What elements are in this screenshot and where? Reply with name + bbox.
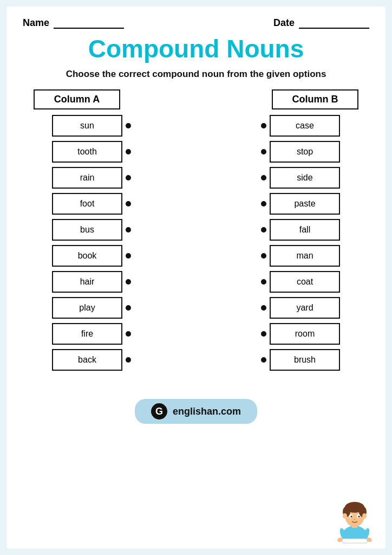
col-b-word-0: case [270,115,340,137]
col-a-row-1: tooth [23,141,131,163]
col-a-word-8: fire [52,323,122,345]
name-label: Name [23,17,49,29]
svg-line-0 [128,126,264,256]
col-a-row-9: back [23,349,131,371]
col-b-dot-6[interactable] [261,279,266,285]
col-b-word-2: side [270,167,340,189]
mascot-illustration [330,495,379,544]
col-b-row-9: brush [261,349,369,371]
col-b-dot-4[interactable] [261,227,266,233]
svg-point-13 [362,513,367,519]
name-underline[interactable] [54,28,124,29]
col-b-dot-7[interactable] [261,305,266,311]
col-b-dot-8[interactable] [261,331,266,337]
col-b-dot-1[interactable] [261,149,266,154]
col-b-row-1: stop [261,141,369,163]
col-b-row-5: man [261,245,369,267]
col-a-row-7: play [23,297,131,319]
col-a-word-6: hair [52,271,122,293]
col-a-dot-9[interactable] [126,357,131,363]
col-a-dot-0[interactable] [126,123,131,128]
col-a-dot-5[interactable] [126,253,131,259]
col-a-dot-7[interactable] [126,305,131,311]
col-b-word-3: paste [270,193,340,215]
footer-site: englishan.com [173,406,241,417]
column-a: Column A suntoothrainfootbusbookhairplay… [23,89,131,375]
col-a-row-5: book [23,245,131,267]
col-b-dot-5[interactable] [261,253,266,259]
col-b-word-7: yard [270,297,340,319]
col-a-row-8: fire [23,323,131,345]
col-b-word-4: fall [270,219,340,241]
col-b-word-6: coat [270,271,340,293]
columns-area: Column A suntoothrainfootbusbookhairplay… [23,89,369,375]
col-b-dot-9[interactable] [261,357,266,363]
col-b-word-5: man [270,245,340,267]
col-a-word-2: rain [52,167,122,189]
col-a-dot-6[interactable] [126,279,131,285]
column-b-header: Column B [272,89,358,109]
col-a-word-5: book [52,245,122,267]
col-a-row-3: foot [23,193,131,215]
col-b-word-8: room [270,323,340,345]
col-b-dot-0[interactable] [261,123,266,128]
col-b-row-7: yard [261,297,369,319]
svg-rect-18 [342,539,367,543]
col-b-row-2: side [261,167,369,189]
col-a-word-4: bus [52,219,122,241]
col-a-row-0: sun [23,115,131,137]
col-a-word-0: sun [52,115,122,137]
footer-logo-icon: G [151,403,167,420]
col-b-row-8: room [261,323,369,345]
col-b-row-4: fall [261,219,369,241]
col-a-word-1: tooth [52,141,122,163]
page-title: Compound Nouns [88,34,304,63]
col-b-dot-2[interactable] [261,175,266,180]
svg-point-12 [343,513,347,519]
col-a-dot-3[interactable] [126,201,131,206]
col-b-dot-3[interactable] [261,201,266,206]
col-b-row-6: coat [261,271,369,293]
col-b-word-9: brush [270,349,340,371]
col-b-row-0: case [261,115,369,137]
svg-point-11 [354,519,356,520]
col-a-dot-2[interactable] [126,175,131,180]
col-a-dot-8[interactable] [126,331,131,337]
name-section: Name [23,17,124,29]
svg-point-10 [358,516,360,518]
col-b-row-3: paste [261,193,369,215]
svg-point-9 [351,516,352,518]
col-a-dot-1[interactable] [126,149,131,154]
column-b: Column B casestopsidepastefallmancoatyar… [261,89,369,375]
column-a-header: Column A [34,89,120,109]
date-underline[interactable] [299,28,369,29]
col-a-word-3: foot [52,193,122,215]
date-section: Date [273,17,369,29]
footer-area: G englishan.com [23,388,369,424]
col-a-row-4: bus [23,219,131,241]
date-label: Date [273,17,295,29]
col-a-word-7: play [52,297,122,319]
col-a-row-2: rain [23,167,131,189]
col-b-word-1: stop [270,141,340,163]
footer: G englishan.com [135,399,257,424]
col-a-row-6: hair [23,271,131,293]
worksheet-page: Name Date Compound Nouns Choose the corr… [6,7,386,548]
col-a-word-9: back [52,349,122,371]
col-a-dot-4[interactable] [126,227,131,233]
page-subtitle: Choose the correct compound noun from th… [66,69,326,80]
name-date-row: Name Date [23,17,369,29]
